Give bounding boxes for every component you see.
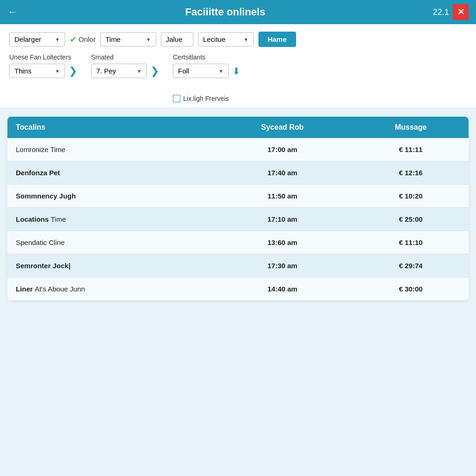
cell-price: € 11:10 xyxy=(353,231,469,254)
cell-name: Sommnency Jugh xyxy=(7,185,212,208)
cell-time: 11:50 am xyxy=(212,185,353,208)
jalue-value: Jalue xyxy=(166,35,183,43)
foll-select[interactable]: Foll ▼ xyxy=(173,64,229,78)
table-row: Locations Time17:10 am€ 25:00 xyxy=(7,208,469,231)
cell-price: € 10:20 xyxy=(353,185,469,208)
cell-price: € 30:00 xyxy=(353,278,469,301)
onlor-label: ✔ Onlor xyxy=(70,34,96,45)
table-row: Liner At's Aboue Junn14:40 am€ 30:00 xyxy=(7,278,469,301)
table-header: Tocalins Sycead Rob Mussage xyxy=(7,117,469,138)
table-row: Semronter Jock|17:30 am€ 29:74 xyxy=(7,254,469,278)
cell-time: 17:00 am xyxy=(212,138,353,161)
group2-inner: 7. Pey ▼ ❯ xyxy=(91,64,159,78)
cell-price: € 29:74 xyxy=(353,254,469,278)
pey-value: 7. Pey xyxy=(96,67,116,75)
table-row: Lomronize Time17:00 am€ 11:11 xyxy=(7,138,469,161)
delarger-arrow-icon: ▼ xyxy=(55,37,60,42)
group3-label: Certsitlants xyxy=(173,53,240,61)
cell-price: € 25:00 xyxy=(353,208,469,231)
filter-row-2: Unese Fan Loltecters Thins ▼ ❯ Smated 7.… xyxy=(9,53,467,102)
hame-button[interactable]: Hame xyxy=(258,32,296,47)
results-table-container: Tocalins Sycead Rob Mussage Lomronize Ti… xyxy=(7,117,469,301)
table-row: Sommnency Jugh11:50 am€ 10:20 xyxy=(7,185,469,208)
checkbox-group: Lix.ligh Frerveis xyxy=(173,95,240,102)
cell-name: Locations Time xyxy=(7,208,212,231)
pey-select[interactable]: 7. Pey ▼ xyxy=(91,64,147,78)
thins-value: Thins xyxy=(14,67,32,75)
jalue-input[interactable]: Jalue xyxy=(161,32,193,46)
col-sycead: Sycead Rob xyxy=(212,117,353,138)
cell-name: Liner At's Aboue Junn xyxy=(7,278,212,301)
check-icon: ✔ xyxy=(70,34,77,45)
close-button[interactable]: ✕ xyxy=(453,4,469,20)
delarger-value: Delarger xyxy=(14,35,41,43)
cell-time: 17:10 am xyxy=(212,208,353,231)
foll-value: Foll xyxy=(178,67,189,75)
filter-area: Delarger ▼ ✔ Onlor Time ▼ Jalue Lecitue … xyxy=(0,24,476,108)
group2-label: Smated xyxy=(91,53,159,61)
lix-label: Lix.ligh Frerveis xyxy=(183,95,229,102)
delarger-select[interactable]: Delarger ▼ xyxy=(9,32,65,46)
group3-inner: Foll ▼ ⬇ xyxy=(173,64,240,78)
filter-row-1: Delarger ▼ ✔ Onlor Time ▼ Jalue Lecitue … xyxy=(9,32,467,47)
page-title: Faciiitte onlinels xyxy=(18,6,433,18)
thins-arrow-icon: ▼ xyxy=(55,68,60,74)
foll-arrow-icon: ▼ xyxy=(218,68,224,74)
cell-name: Spendatic Cline xyxy=(7,231,212,254)
cell-name: Denfonza Pet xyxy=(7,161,212,185)
filter-group-3: Certsitlants Foll ▼ ⬇ Lix.ligh Frerveis xyxy=(173,53,240,102)
cell-time: 17:40 am xyxy=(212,161,353,185)
table-row: Denfonza Pet17:40 am€ 12:16 xyxy=(7,161,469,185)
time-value: Time xyxy=(106,35,121,43)
group1-label: Unese Fan Loltecters xyxy=(9,53,77,61)
header-row: Tocalins Sycead Rob Mussage xyxy=(7,117,469,138)
cell-price: € 11:11 xyxy=(353,138,469,161)
time-select[interactable]: Time ▼ xyxy=(100,32,156,46)
cell-name: Semronter Jock| xyxy=(7,254,212,278)
filter-group-2: Smated 7. Pey ▼ ❯ xyxy=(91,53,159,78)
download-icon[interactable]: ⬇ xyxy=(232,66,240,77)
table-body: Lomronize Time17:00 am€ 11:11Denfonza Pe… xyxy=(7,138,469,301)
group1-chevron-icon[interactable]: ❯ xyxy=(69,65,77,77)
cell-time: 17:30 am xyxy=(212,254,353,278)
filter-group-1: Unese Fan Loltecters Thins ▼ ❯ xyxy=(9,53,77,78)
lecitue-value: Lecitue xyxy=(203,35,225,43)
cell-time: 14:40 am xyxy=(212,278,353,301)
header-right: 22.1 ✕ xyxy=(433,4,469,20)
lecitue-select[interactable]: Lecitue ▼ xyxy=(198,32,254,46)
onlor-text: Onlor xyxy=(79,35,96,43)
pey-arrow-icon: ▼ xyxy=(137,68,142,74)
app-header: ← Faciiitte onlinels 22.1 ✕ xyxy=(0,0,476,24)
time-arrow-icon: ▼ xyxy=(146,37,151,42)
cell-name: Lomronize Time xyxy=(7,138,212,161)
col-tocalins: Tocalins xyxy=(7,117,212,138)
group1-inner: Thins ▼ ❯ xyxy=(9,64,77,78)
col-mussage: Mussage xyxy=(353,117,469,138)
back-button[interactable]: ← xyxy=(7,6,18,18)
header-number: 22.1 xyxy=(433,7,449,17)
thins-select[interactable]: Thins ▼ xyxy=(9,64,65,78)
results-table: Tocalins Sycead Rob Mussage Lomronize Ti… xyxy=(7,117,469,301)
lix-checkbox[interactable] xyxy=(173,95,180,102)
table-row: Spendatic Cline13:60 am€ 11:10 xyxy=(7,231,469,254)
cell-time: 13:60 am xyxy=(212,231,353,254)
group2-chevron-icon[interactable]: ❯ xyxy=(151,65,159,77)
lecitue-arrow-icon: ▼ xyxy=(244,37,249,42)
cell-price: € 12:16 xyxy=(353,161,469,185)
